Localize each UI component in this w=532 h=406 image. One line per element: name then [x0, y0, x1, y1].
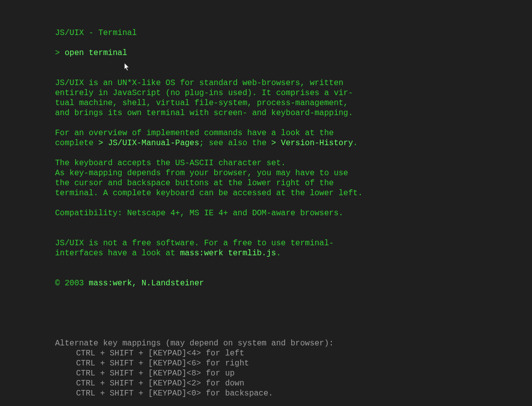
open-terminal-link[interactable]: open terminal [65, 49, 127, 58]
mapping-row: CTRL + SHIFT + [KEYPAD]<2> for down [55, 378, 465, 388]
overview-sep: ; see also the [199, 139, 271, 148]
overview-line: complete > JS/UIX-Manual-Pages; see also… [55, 138, 465, 148]
keyboard-paragraph: The keyboard accepts the US-ASCII charac… [55, 158, 465, 198]
nonfree-end: . [276, 249, 281, 258]
overview-paragraph: For an overview of implemented commands … [55, 128, 465, 148]
manual-pages-link[interactable]: JS/UIX-Manual-Pages [108, 139, 199, 148]
masswerk-link[interactable]: mass:werk, N.Landsteiner [89, 279, 204, 288]
nonfree-line: JS/UIX is not a free software. For a fre… [55, 238, 465, 248]
overview-text: complete [55, 139, 98, 148]
mappings-heading: Alternate key mappings (may depend on sy… [55, 338, 465, 348]
page-content: JS/UIX - Terminal > open terminal JS/UIX… [0, 0, 465, 398]
overview-gt: > [98, 139, 108, 148]
mapping-row: CTRL + SHIFT + [KEYPAD]<0> for backspace… [55, 388, 465, 398]
nonfree-line: interfaces have a look at mass:werk term… [55, 248, 465, 258]
mapping-row: CTRL + SHIFT + [KEYPAD]<4> for left [55, 348, 465, 358]
open-terminal-line: > open terminal [55, 48, 465, 58]
page-title: JS/UIX - Terminal [55, 28, 465, 38]
intro-paragraph: JS/UIX is an UN*X-like OS for standard w… [55, 78, 465, 118]
copyright-line: © 2003 mass:werk, N.Landsteiner [55, 278, 465, 288]
termlib-link[interactable]: mass:werk termlib.js [180, 249, 276, 258]
keyboard-line: The keyboard accepts the US-ASCII charac… [55, 158, 465, 168]
nonfree-paragraph: JS/UIX is not a free software. For a fre… [55, 238, 465, 258]
overview-end: . [353, 139, 358, 148]
copyright-text: © 2003 [55, 279, 89, 288]
keyboard-line: terminal. A complete keyboard can be acc… [55, 188, 465, 198]
nonfree-text: interfaces have a look at [55, 249, 180, 258]
overview-line: For an overview of implemented commands … [55, 128, 465, 138]
keyboard-line: the cursor and backspace buttons at the … [55, 178, 465, 188]
overview-gt: > [271, 139, 281, 148]
open-terminal-prefix: > [55, 49, 65, 58]
keyboard-line: As key-mapping depends from your browser… [55, 168, 465, 178]
intro-line: and brings its own terminal with screen-… [55, 108, 465, 118]
intro-line: JS/UIX is an UN*X-like OS for standard w… [55, 78, 465, 88]
intro-line: tual machine, shell, virtual file-system… [55, 98, 465, 108]
compat-line: Compatibility: Netscape 4+, MS IE 4+ and… [55, 208, 465, 218]
intro-line: entirely in JavaScript (no plug-ins used… [55, 88, 465, 98]
mapping-row: CTRL + SHIFT + [KEYPAD]<8> for up [55, 368, 465, 378]
mappings-section: Alternate key mappings (may depend on sy… [55, 338, 465, 398]
mapping-row: CTRL + SHIFT + [KEYPAD]<6> for right [55, 358, 465, 368]
version-history-link[interactable]: Version-History [281, 139, 353, 148]
